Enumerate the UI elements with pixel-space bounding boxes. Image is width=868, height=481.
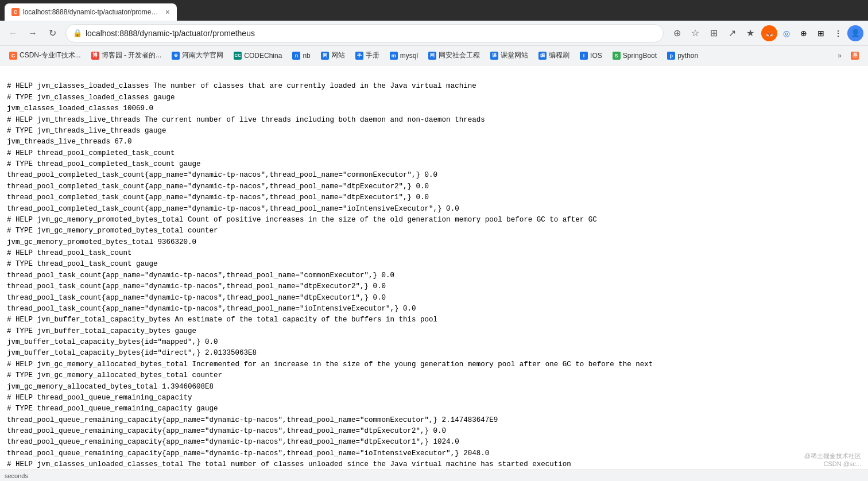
tab-bar: C localhost:8888/dynamic-tp/actuator/pro…	[0, 0, 868, 21]
content-line: jvm_buffer_total_capacity_bytes{id="dire…	[7, 348, 861, 359]
bookmark-label-mysql: mysql	[400, 52, 418, 60]
status-text: seconds	[5, 472, 28, 479]
browser-toolbar: ← → ↻ 🔒 ⊕ ☆ ⊞ ↗ ★ 🦊 ◎ ⊕ ⊞ ⋮ 👤	[0, 21, 868, 46]
content-line: # TYPE thread_pool_completed_task_count …	[7, 159, 861, 170]
content-line: # HELP thread_pool_task_count	[7, 248, 861, 259]
bookmark-favicon-cnblogs: 博	[91, 52, 99, 60]
bookmark-label-csdn: CSDN-专业IT技术...	[20, 51, 81, 60]
bookmark-nb[interactable]: n nb	[288, 49, 315, 62]
content-line: # HELP jvm_classes_unloaded_classes_tota…	[7, 459, 861, 470]
content-area: # HELP jvm_classes_loaded_classes The nu…	[0, 65, 868, 481]
bookmark-website[interactable]: 网 网站	[316, 48, 350, 63]
ext-icon-4[interactable]: ⊞	[813, 25, 829, 41]
content-line: jvm_gc_memory_promoted_bytes_total 93663…	[7, 237, 861, 248]
screenshot-button[interactable]: ⊞	[705, 25, 722, 42]
bookmark-label-coding: 编程刷	[549, 51, 569, 60]
content-line: thread_pool_completed_task_count{app_nam…	[7, 170, 861, 181]
bookmark-label-cnblogs: 博客园 - 开发者的...	[102, 51, 162, 60]
toolbar-icons: ⊕ ☆ ⊞ ↗ ★	[668, 25, 759, 42]
bookmarks-more-button[interactable]: »	[834, 49, 845, 62]
bookmark-star-button[interactable]: ☆	[687, 25, 704, 42]
bookmark-manual[interactable]: 手 手册	[351, 48, 384, 63]
bookmark-ios[interactable]: I IOS	[575, 49, 607, 62]
bookmark-favicon-website: 网	[321, 52, 329, 60]
bookmark-coding[interactable]: 编 编程刷	[534, 48, 574, 63]
bookmark-label-classroom: 课堂网站	[501, 51, 528, 60]
content-line: # TYPE thread_pool_task_count gauge	[7, 259, 861, 270]
content-line: jvm_gc_memory_allocated_bytes_total 1.39…	[7, 382, 861, 393]
bookmark-label-henan: 河南大学官网	[182, 51, 223, 60]
bookmark-favicon-classroom: 课	[490, 52, 498, 60]
content-line: # TYPE jvm_buffer_total_capacity_bytes g…	[7, 326, 861, 337]
bookmark-favicon-henan: ⊕	[172, 52, 180, 60]
content-line: # HELP jvm_gc_memory_allocated_bytes_tot…	[7, 359, 861, 370]
content-line: jvm_buffer_total_capacity_bytes{id="mapp…	[7, 337, 861, 348]
content-line: jvm_classes_loaded_classes 10069.0	[7, 103, 861, 114]
status-bar: seconds	[0, 470, 868, 481]
content-line: thread_pool_task_count{app_name="dynamic…	[7, 304, 861, 315]
bookmark-favicon-security: 网	[428, 52, 436, 60]
content-line: # HELP jvm_classes_loaded_classes The nu…	[7, 81, 861, 92]
bookmark-favicon-ios: I	[580, 52, 588, 60]
bookmark-mysql[interactable]: m mysql	[385, 49, 423, 62]
content-line: thread_pool_task_count{app_name="dynamic…	[7, 281, 861, 292]
content-line: thread_pool_task_count{app_name="dynamic…	[7, 293, 861, 304]
bookmark-favicon-python: p	[667, 52, 675, 60]
bookmark-security[interactable]: 网 网安社会工程	[424, 48, 485, 63]
back-button[interactable]: ←	[5, 25, 22, 42]
ext-icon-2[interactable]: ◎	[778, 25, 795, 41]
extension-icons: 🦊 ◎ ⊕ ⊞ ⋮ 👤	[761, 25, 863, 41]
content-line: # HELP thread_pool_queue_remaining_capac…	[7, 393, 861, 404]
bookmark-cnblogs[interactable]: 博 博客园 - 开发者的...	[87, 48, 166, 63]
bookmark-label-nb: nb	[303, 52, 310, 60]
tab-close-button[interactable]: ×	[165, 7, 170, 17]
bookmark-favicon-codechina: CC	[234, 52, 242, 60]
content-line: thread_pool_completed_task_count{app_nam…	[7, 192, 861, 203]
bookmark-favicon-springboot: S	[613, 52, 621, 60]
content-line: # HELP thread_pool_completed_task_count	[7, 148, 861, 159]
bookmark-classroom[interactable]: 课 课堂网站	[486, 48, 533, 63]
bookmark-label-ios: IOS	[590, 52, 602, 60]
bookmark-codechina[interactable]: CC CODEChina	[229, 49, 286, 62]
content-line: # TYPE jvm_gc_memory_allocated_bytes_tot…	[7, 370, 861, 381]
content-line: # HELP jvm_buffer_total_capacity_bytes A…	[7, 315, 861, 325]
bookmark-springboot[interactable]: S SpringBoot	[608, 49, 661, 62]
content-line: thread_pool_queue_remaining_capacity{app…	[7, 448, 861, 459]
reload-button[interactable]: ↻	[44, 25, 61, 42]
bookmark-favicon-coding: 编	[538, 52, 547, 60]
address-input[interactable]	[86, 29, 656, 38]
content-line: # TYPE jvm_gc_memory_promoted_bytes_tota…	[7, 226, 861, 236]
bookmark-henan[interactable]: ⊕ 河南大学官网	[167, 48, 228, 63]
bookmark-favicon-manual: 手	[355, 52, 363, 60]
content-line: # HELP jvm_gc_memory_promoted_bytes_tota…	[7, 215, 861, 226]
bookmark-favicon-nb: n	[292, 52, 300, 60]
ext-icon-5[interactable]: ⋮	[830, 25, 846, 41]
content-line: thread_pool_completed_task_count{app_nam…	[7, 204, 861, 215]
active-tab[interactable]: C localhost:8888/dynamic-tp/actuator/pro…	[5, 3, 177, 21]
bookmark-csdn[interactable]: C CSDN-专业IT技术...	[5, 48, 86, 63]
content-line: # TYPE thread_pool_queue_remaining_capac…	[7, 404, 861, 414]
bookmark-last[interactable]: 基	[846, 49, 863, 62]
content-line: thread_pool_queue_remaining_capacity{app…	[7, 437, 861, 448]
ext-icon-1[interactable]: 🦊	[761, 25, 777, 41]
bookmark-favicon-csdn: C	[9, 52, 17, 60]
tab-favicon: C	[11, 8, 20, 16]
share-button[interactable]: ↗	[723, 25, 741, 42]
lock-icon: 🔒	[73, 29, 82, 37]
forward-button[interactable]: →	[24, 25, 41, 42]
profile-icon[interactable]: 👤	[847, 25, 863, 41]
search-icon-button[interactable]: ⊕	[668, 25, 685, 42]
address-bar[interactable]: 🔒	[65, 24, 664, 42]
content-line: jvm_threads_live_threads 67.0	[7, 137, 861, 148]
ext-icon-3[interactable]: ⊕	[796, 25, 812, 41]
bookmark-label-codechina: CODEChina	[244, 52, 282, 60]
bookmark-label-manual: 手册	[366, 51, 379, 60]
star-button[interactable]: ★	[742, 25, 759, 42]
bookmark-label-springboot: SpringBoot	[623, 52, 657, 60]
watermark: @稀土掘金技术社区 CSDN @sc...	[804, 452, 861, 467]
bookmark-favicon-last: 基	[851, 52, 859, 60]
bookmark-python[interactable]: p python	[662, 49, 703, 62]
content-line: thread_pool_queue_remaining_capacity{app…	[7, 415, 861, 426]
tab-title: localhost:8888/dynamic-tp/actuator/prome…	[23, 8, 160, 16]
content-line: # TYPE jvm_threads_live_threads gauge	[7, 126, 861, 137]
